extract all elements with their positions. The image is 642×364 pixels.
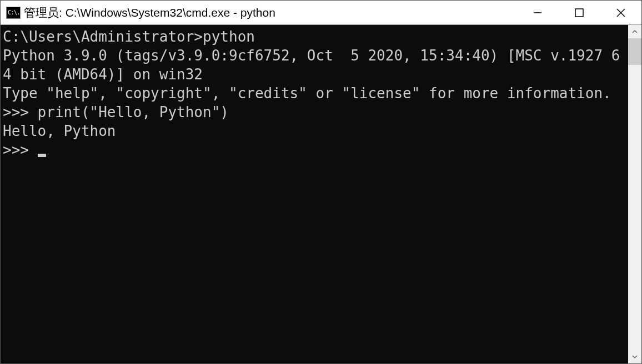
chevron-down-icon [631, 353, 638, 360]
scrollbar-thumb[interactable] [628, 38, 641, 65]
terminal-prompt: >>> [3, 141, 38, 158]
minimize-icon [533, 8, 543, 18]
minimize-button[interactable] [516, 1, 558, 24]
window-title: 管理员: C:\Windows\System32\cmd.exe - pytho… [24, 5, 516, 21]
scrollbar-track[interactable] [628, 38, 641, 350]
cursor [38, 154, 46, 157]
terminal-line: Python 3.9.0 (tags/v3.9.0:9cf6752, Oct 5… [3, 46, 628, 84]
terminal-area: C:\Users\Administrator>pythonPython 3.9.… [1, 25, 641, 363]
svg-rect-1 [575, 9, 583, 17]
terminal-line: C:\Users\Administrator>python [3, 27, 628, 46]
maximize-button[interactable] [558, 1, 600, 24]
maximize-icon [574, 8, 584, 18]
scroll-up-button[interactable] [628, 25, 641, 38]
close-icon [615, 7, 626, 18]
window-controls [516, 1, 641, 24]
terminal-line: Hello, Python [3, 122, 628, 140]
terminal-line: Type "help", "copyright", "credits" or "… [3, 84, 628, 103]
terminal-line: >>> print("Hello, Python") [3, 103, 628, 122]
terminal[interactable]: C:\Users\Administrator>pythonPython 3.9.… [1, 25, 628, 363]
titlebar[interactable]: C:\. 管理员: C:\Windows\System32\cmd.exe - … [1, 1, 641, 25]
vertical-scrollbar[interactable] [628, 25, 641, 363]
scroll-down-button[interactable] [628, 350, 641, 363]
cmd-window-icon: C:\. [6, 7, 21, 19]
chevron-up-icon [631, 28, 638, 35]
terminal-prompt-line: >>> [3, 140, 628, 159]
close-button[interactable] [600, 1, 641, 24]
